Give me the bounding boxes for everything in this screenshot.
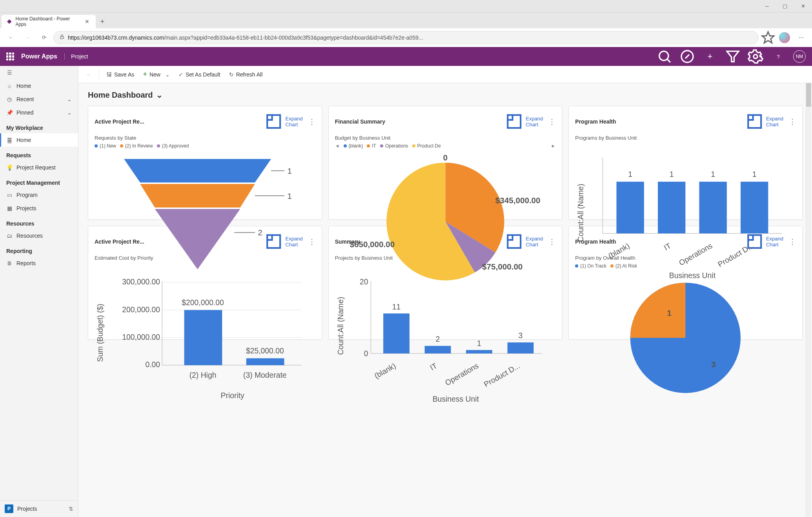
svg-text:1: 1	[711, 170, 716, 178]
svg-marker-0	[7, 19, 12, 24]
assistant-icon[interactable]	[679, 49, 695, 64]
cmd-label: Set As Default	[186, 71, 220, 78]
cmd-back[interactable]: ←	[82, 69, 96, 80]
cmd-set-default[interactable]: ✓Set As Default	[175, 69, 224, 80]
sidebar-item-label: Pinned	[16, 109, 34, 116]
svg-text:IT: IT	[663, 241, 673, 252]
svg-rect-29	[658, 182, 685, 234]
user-avatar[interactable]: NM	[793, 50, 806, 63]
address-bar[interactable]: https://org10634b73.crm.dynamics.com/mai…	[53, 31, 759, 44]
svg-marker-9	[124, 159, 271, 183]
sidebar-item-project-request[interactable]: 💡Project Request	[0, 161, 78, 174]
sidebar-item-resources[interactable]: 🗂Resources	[0, 229, 78, 242]
card-menu-icon[interactable]: ⋮	[789, 117, 796, 126]
sidebar-item-label: Home	[16, 137, 31, 143]
settings-icon[interactable]	[748, 49, 763, 64]
sidebar-section-requests: Requests	[0, 147, 78, 161]
legend-prev-icon[interactable]: ◄	[335, 143, 340, 149]
sidebar-item-workplace-home[interactable]: ䷀Home	[0, 133, 78, 147]
svg-marker-6	[727, 51, 739, 62]
window-close-icon[interactable]: ✕	[794, 0, 812, 13]
chevron-down-icon: ⌄	[67, 109, 72, 116]
help-icon[interactable]: ?	[770, 49, 786, 64]
home-icon: ⌂	[6, 83, 13, 89]
svg-text:300,000.00: 300,000.00	[122, 278, 160, 286]
svg-marker-10	[140, 184, 255, 208]
expand-chart-button[interactable]: Expand Chart	[745, 112, 784, 131]
vertical-scrollbar[interactable]	[806, 83, 811, 517]
browser-tabstrip: Home Dashboard - Power Apps ✕ +	[0, 13, 812, 28]
sidebar-item-reports[interactable]: 🗎Reports	[0, 257, 78, 270]
expand-chart-button[interactable]: Expand Chart	[504, 112, 543, 131]
app-name: Power Apps	[21, 53, 57, 60]
browser-menu-icon[interactable]: ⋯	[794, 31, 808, 45]
sidebar-item-label: Home	[16, 83, 31, 89]
window-minimize-icon[interactable]: ─	[758, 0, 776, 13]
sidebar-footer-area-switcher[interactable]: P Projects ⇅	[0, 500, 78, 517]
card-title: Financial Summary	[335, 118, 385, 125]
svg-line-4	[667, 59, 670, 62]
new-tab-button[interactable]: +	[96, 15, 109, 28]
svg-text:(blank): (blank)	[373, 361, 397, 380]
nav-refresh-button[interactable]: ⟳	[37, 31, 51, 45]
svg-text:Priority: Priority	[221, 391, 244, 400]
svg-rect-31	[699, 182, 727, 234]
sidebar-item-recent[interactable]: ◷Recent⌄	[0, 93, 78, 106]
sidebar-item-label: Projects	[16, 205, 36, 211]
filter-icon[interactable]	[725, 49, 741, 64]
svg-rect-51	[184, 310, 222, 366]
card-menu-icon[interactable]: ⋮	[548, 117, 555, 126]
browser-tab-title: Home Dashboard - Power Apps	[16, 16, 80, 27]
svg-text:1: 1	[287, 166, 291, 175]
lock-icon	[59, 34, 65, 41]
svg-text:$650,000.00: $650,000.00	[350, 240, 395, 249]
sidebar-section-reporting: Reporting	[0, 242, 78, 257]
chevron-down-icon: ⌄	[156, 90, 163, 100]
expand-chart-button[interactable]: Expand Chart	[264, 112, 303, 131]
card-title: Program Health	[575, 118, 616, 125]
sidebar-item-label: Reports	[16, 260, 36, 266]
waffle-icon[interactable]	[6, 53, 14, 60]
search-icon[interactable]	[657, 49, 672, 64]
page-title[interactable]: Home Dashboard⌄	[88, 90, 803, 100]
svg-text:IT: IT	[428, 361, 439, 372]
resources-icon: 🗂	[6, 233, 13, 239]
nav-forward-button[interactable]: →	[20, 31, 35, 45]
svg-text:3: 3	[711, 360, 716, 369]
hamburger-icon: ☰	[6, 69, 13, 76]
window-maximize-icon[interactable]: ▢	[776, 0, 794, 13]
scroll-thumb[interactable]	[806, 83, 811, 107]
cmd-save-as[interactable]: 🖫Save As	[102, 69, 138, 80]
chart-subtitle: Budget by Business Unit	[335, 135, 556, 141]
svg-text:1: 1	[752, 170, 757, 178]
bar-chart-cost: Sum (Budget) ($) 300,000.00 200,000.00 1…	[95, 263, 315, 409]
cmd-new[interactable]: +New⌄	[139, 68, 174, 81]
svg-marker-11	[155, 209, 240, 269]
nav-back-button[interactable]: ←	[4, 31, 18, 45]
svg-text:1: 1	[628, 170, 633, 178]
os-titlebar: ─ ▢ ✕	[0, 0, 812, 13]
browser-tab[interactable]: Home Dashboard - Power Apps ✕	[2, 15, 96, 28]
sidebar-hamburger[interactable]: ☰	[0, 66, 78, 79]
cmd-refresh-all[interactable]: ↻Refresh All	[225, 69, 267, 80]
svg-text:(2) High: (2) High	[189, 371, 217, 379]
card-menu-icon[interactable]: ⋮	[308, 117, 315, 126]
svg-text:11: 11	[392, 302, 401, 311]
tab-close-icon[interactable]: ✕	[83, 18, 91, 25]
svg-text:$345,000.00: $345,000.00	[495, 196, 541, 205]
browser-toolbar: ← → ⟳ https://org10634b73.crm.dynamics.c…	[0, 28, 812, 47]
svg-text:100,000.00: 100,000.00	[122, 333, 160, 341]
app-context[interactable]: Project	[64, 53, 88, 60]
svg-text:2: 2	[258, 228, 262, 237]
add-icon[interactable]: +	[702, 49, 718, 64]
svg-rect-23	[748, 115, 761, 128]
sidebar-item-program[interactable]: ▭Program	[0, 188, 78, 202]
clock-icon: ◷	[6, 96, 13, 102]
legend-next-icon[interactable]: ►	[551, 143, 555, 149]
sidebar-item-projects[interactable]: ▦Projects	[0, 202, 78, 215]
sidebar-item-pinned[interactable]: 📌Pinned⌄	[0, 106, 78, 119]
sidebar-item-home[interactable]: ⌂Home	[0, 79, 78, 93]
favorite-icon[interactable]	[761, 31, 775, 45]
pin-icon: 📌	[6, 109, 13, 116]
profile-avatar[interactable]	[777, 31, 792, 45]
